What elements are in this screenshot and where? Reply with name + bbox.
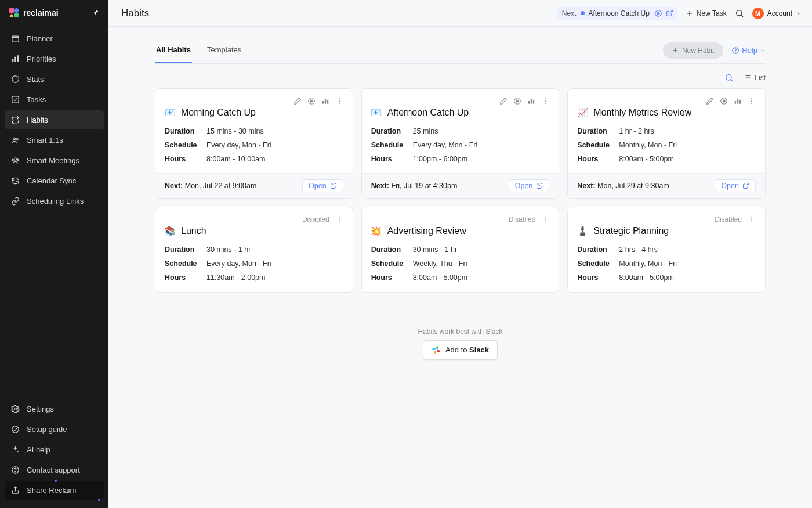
play-circle-icon[interactable] bbox=[720, 97, 728, 105]
share-icon bbox=[10, 486, 20, 495]
meta-label-schedule: Schedule bbox=[165, 257, 206, 271]
gear-icon bbox=[10, 405, 20, 413]
stats-icon[interactable] bbox=[321, 97, 329, 105]
sidebar-item-smart-meetings[interactable]: Smart Meetings bbox=[5, 151, 104, 170]
svg-point-17 bbox=[735, 52, 736, 52]
more-icon[interactable] bbox=[335, 97, 343, 105]
edit-icon[interactable] bbox=[706, 97, 714, 105]
meta-label-hours: Hours bbox=[371, 271, 413, 285]
open-habit-button[interactable]: Open bbox=[302, 179, 343, 192]
sidebar-item-contact-support[interactable]: Contact support bbox=[5, 460, 104, 480]
svg-point-31 bbox=[545, 100, 546, 102]
svg-point-42 bbox=[339, 221, 340, 222]
search-icon[interactable] bbox=[724, 73, 734, 82]
svg-point-38 bbox=[751, 100, 752, 102]
sidebar-item-priorities[interactable]: Priorities bbox=[5, 49, 104, 69]
disabled-badge: Disabled bbox=[509, 215, 536, 224]
next-pill-label: Next bbox=[562, 9, 577, 17]
sidebar-item-planner[interactable]: Planner bbox=[5, 29, 104, 48]
sidebar-item-share-reclaim[interactable]: Share Reclaim bbox=[5, 481, 104, 500]
sidebar-item-ai-help[interactable]: AI help bbox=[5, 440, 104, 459]
play-circle-icon[interactable] bbox=[307, 97, 316, 105]
more-icon[interactable] bbox=[748, 97, 756, 105]
edit-icon[interactable] bbox=[499, 97, 507, 105]
tab-all-habits[interactable]: All Habits bbox=[155, 37, 192, 63]
meta-value-schedule: Weekly, Thu - Fri bbox=[413, 257, 467, 271]
play-circle-icon[interactable] bbox=[654, 9, 662, 17]
sidebar-item-habits[interactable]: Habits bbox=[5, 110, 104, 129]
next-occurrence: Next: Fri, Jul 19 at 4:30pm bbox=[371, 182, 458, 190]
habit-card[interactable]: Disabled 📚 Lunch Duration30 mins - 1 hr … bbox=[155, 207, 353, 292]
pin-icon[interactable] bbox=[92, 9, 99, 16]
svg-point-24 bbox=[339, 100, 340, 102]
svg-point-23 bbox=[339, 98, 340, 99]
new-task-button[interactable]: New Task bbox=[686, 9, 727, 17]
logo-icon bbox=[9, 8, 19, 17]
sidebar-item-label: Scheduling Links bbox=[27, 197, 84, 206]
chevron-down-icon bbox=[760, 48, 766, 53]
next-event-pill[interactable]: Next Afternoon Catch Up bbox=[557, 7, 678, 20]
play-circle-icon[interactable] bbox=[513, 97, 521, 105]
habit-emoji-icon: 💥 bbox=[371, 226, 382, 236]
more-icon[interactable] bbox=[748, 215, 756, 224]
svg-point-5 bbox=[13, 138, 15, 140]
more-icon[interactable] bbox=[541, 97, 549, 105]
sidebar-item-label: Planner bbox=[27, 34, 53, 43]
stats-icon[interactable] bbox=[734, 97, 742, 105]
meta-value-schedule: Every day, Mon - Fri bbox=[206, 257, 271, 271]
open-habit-button[interactable]: Open bbox=[509, 179, 550, 192]
new-habit-label: New Habit bbox=[682, 46, 714, 55]
slack-button-label: Add to Slack bbox=[445, 345, 489, 354]
meta-label-duration: Duration bbox=[577, 243, 619, 257]
disabled-badge: Disabled bbox=[715, 215, 742, 224]
sidebar-item-setup-guide[interactable]: Setup guide bbox=[5, 420, 104, 439]
sidebar-item-scheduling-links[interactable]: Scheduling Links bbox=[5, 192, 104, 211]
svg-point-43 bbox=[545, 217, 546, 218]
open-habit-button[interactable]: Open bbox=[715, 179, 756, 192]
search-icon[interactable] bbox=[735, 9, 744, 18]
svg-point-6 bbox=[16, 139, 18, 140]
list-view-toggle[interactable]: List bbox=[743, 74, 766, 82]
meta-label-schedule: Schedule bbox=[577, 257, 619, 271]
svg-point-40 bbox=[339, 217, 340, 218]
svg-rect-29 bbox=[533, 100, 534, 103]
sidebar-item-calendar-sync[interactable]: Calendar Sync bbox=[5, 171, 104, 190]
habit-card[interactable]: Disabled 💥 Advertising Review Duration30… bbox=[361, 207, 560, 292]
tab-templates[interactable]: Templates bbox=[206, 37, 242, 63]
sidebar-item-tasks[interactable]: Tasks bbox=[5, 90, 104, 109]
card-footer: Next: Mon, Jul 29 at 9:30am Open bbox=[568, 173, 765, 198]
habit-card[interactable]: 📧 Morning Catch Up Duration15 mins - 30 … bbox=[155, 88, 353, 199]
svg-point-10 bbox=[14, 408, 16, 410]
svg-point-11 bbox=[12, 426, 18, 433]
sidebar-item-stats[interactable]: Stats bbox=[5, 70, 104, 89]
external-link-icon[interactable] bbox=[666, 9, 673, 17]
svg-point-8 bbox=[12, 159, 13, 161]
meta-label-duration: Duration bbox=[371, 243, 413, 257]
svg-rect-22 bbox=[327, 100, 328, 103]
check-circle-icon bbox=[10, 425, 20, 434]
sidebar-item-settings[interactable]: Settings bbox=[5, 399, 104, 419]
topbar: Habits Next Afternoon Catch Up New Task … bbox=[108, 0, 812, 27]
help-link[interactable]: Help bbox=[731, 46, 766, 55]
add-to-slack-button[interactable]: Add to Slack bbox=[423, 340, 498, 360]
new-habit-button[interactable]: New Habit bbox=[663, 42, 723, 59]
svg-rect-0 bbox=[12, 36, 18, 42]
more-icon[interactable] bbox=[541, 215, 549, 224]
sparkle-icon bbox=[10, 445, 20, 454]
account-menu[interactable]: M Account bbox=[752, 8, 802, 19]
disabled-badge: Disabled bbox=[302, 215, 329, 224]
edit-icon[interactable] bbox=[293, 97, 302, 105]
sidebar-header: reclaimai bbox=[0, 0, 108, 26]
sidebar-item-label: Smart 1:1s bbox=[27, 136, 63, 145]
sidebar-item-label: Habits bbox=[27, 116, 48, 124]
sidebar-item-smart-11s[interactable]: Smart 1:1s bbox=[5, 131, 104, 150]
meta-value-duration: 30 mins - 1 hr bbox=[206, 243, 251, 257]
help-label: Help bbox=[742, 46, 757, 55]
more-icon[interactable] bbox=[335, 215, 343, 224]
stats-icon[interactable] bbox=[527, 97, 535, 105]
habit-card[interactable]: Disabled ♟️ Strategic Planning Duration2… bbox=[567, 207, 766, 292]
people-icon bbox=[10, 136, 20, 145]
habit-card[interactable]: 📈 Monthly Metrics Review Duration1 hr - … bbox=[567, 88, 766, 199]
habit-card[interactable]: 📧 Afternoon Catch Up Duration25 mins Sch… bbox=[361, 88, 560, 199]
meta-label-duration: Duration bbox=[165, 243, 206, 257]
